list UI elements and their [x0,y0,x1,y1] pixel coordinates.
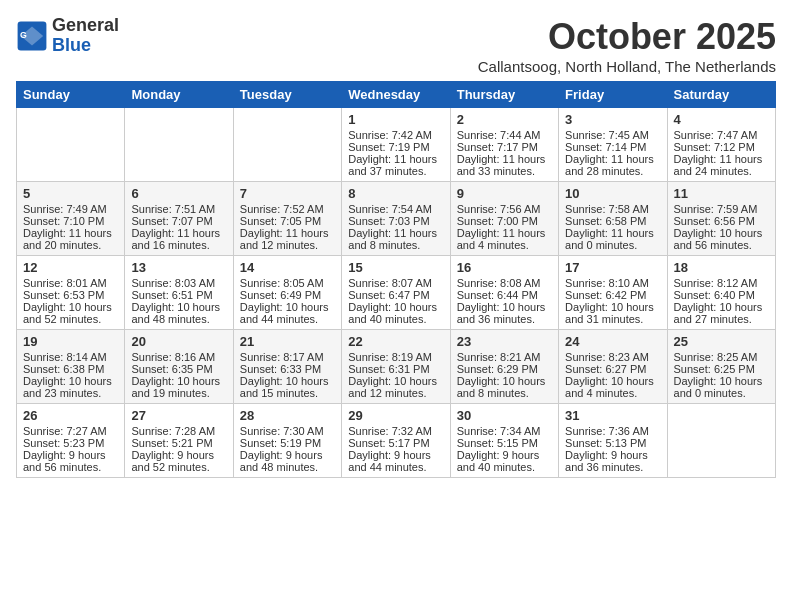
sunrise: Sunrise: 7:44 AM [457,129,541,141]
sunset: Sunset: 7:10 PM [23,215,104,227]
sunrise: Sunrise: 8:12 AM [674,277,758,289]
sunrise: Sunrise: 7:49 AM [23,203,107,215]
daylight: Daylight: 11 hours and 0 minutes. [565,227,654,251]
daylight: Daylight: 10 hours and 4 minutes. [565,375,654,399]
sunrise: Sunrise: 8:16 AM [131,351,215,363]
day-number: 5 [23,186,118,201]
day-number: 18 [674,260,769,275]
title-block: October 2025 Callantsoog, North Holland,… [478,16,776,75]
day-number: 6 [131,186,226,201]
sunset: Sunset: 7:19 PM [348,141,429,153]
day-number: 20 [131,334,226,349]
sunrise: Sunrise: 7:28 AM [131,425,215,437]
sunrise: Sunrise: 8:08 AM [457,277,541,289]
daylight: Daylight: 10 hours and 56 minutes. [674,227,763,251]
calendar-cell: 3Sunrise: 7:45 AMSunset: 7:14 PMDaylight… [559,108,667,182]
sunrise: Sunrise: 7:47 AM [674,129,758,141]
calendar-cell [17,108,125,182]
logo: G General Blue [16,16,119,56]
calendar-cell: 25Sunrise: 8:25 AMSunset: 6:25 PMDayligh… [667,330,775,404]
daylight: Daylight: 11 hours and 16 minutes. [131,227,220,251]
calendar-cell: 2Sunrise: 7:44 AMSunset: 7:17 PMDaylight… [450,108,558,182]
daylight: Daylight: 11 hours and 20 minutes. [23,227,112,251]
calendar-cell: 8Sunrise: 7:54 AMSunset: 7:03 PMDaylight… [342,182,450,256]
daylight: Daylight: 10 hours and 15 minutes. [240,375,329,399]
sunrise: Sunrise: 7:54 AM [348,203,432,215]
sunset: Sunset: 6:33 PM [240,363,321,375]
sunrise: Sunrise: 8:21 AM [457,351,541,363]
calendar-cell: 1Sunrise: 7:42 AMSunset: 7:19 PMDaylight… [342,108,450,182]
calendar-cell: 23Sunrise: 8:21 AMSunset: 6:29 PMDayligh… [450,330,558,404]
calendar-cell: 31Sunrise: 7:36 AMSunset: 5:13 PMDayligh… [559,404,667,478]
calendar-week-3: 12Sunrise: 8:01 AMSunset: 6:53 PMDayligh… [17,256,776,330]
sunrise: Sunrise: 8:03 AM [131,277,215,289]
calendar-cell [233,108,341,182]
calendar-cell: 14Sunrise: 8:05 AMSunset: 6:49 PMDayligh… [233,256,341,330]
day-number: 23 [457,334,552,349]
svg-text:G: G [20,29,27,39]
calendar-cell: 12Sunrise: 8:01 AMSunset: 6:53 PMDayligh… [17,256,125,330]
daylight: Daylight: 10 hours and 48 minutes. [131,301,220,325]
daylight: Daylight: 10 hours and 8 minutes. [457,375,546,399]
calendar-cell: 13Sunrise: 8:03 AMSunset: 6:51 PMDayligh… [125,256,233,330]
sunset: Sunset: 6:51 PM [131,289,212,301]
weekday-header-thursday: Thursday [450,82,558,108]
sunset: Sunset: 6:42 PM [565,289,646,301]
calendar-cell: 16Sunrise: 8:08 AMSunset: 6:44 PMDayligh… [450,256,558,330]
calendar-cell: 17Sunrise: 8:10 AMSunset: 6:42 PMDayligh… [559,256,667,330]
daylight: Daylight: 11 hours and 37 minutes. [348,153,437,177]
sunset: Sunset: 5:19 PM [240,437,321,449]
calendar-week-4: 19Sunrise: 8:14 AMSunset: 6:38 PMDayligh… [17,330,776,404]
calendar-cell [667,404,775,478]
day-number: 15 [348,260,443,275]
sunrise: Sunrise: 8:14 AM [23,351,107,363]
daylight: Daylight: 11 hours and 12 minutes. [240,227,329,251]
calendar-cell: 26Sunrise: 7:27 AMSunset: 5:23 PMDayligh… [17,404,125,478]
sunset: Sunset: 7:17 PM [457,141,538,153]
day-number: 31 [565,408,660,423]
calendar-cell: 22Sunrise: 8:19 AMSunset: 6:31 PMDayligh… [342,330,450,404]
calendar-cell: 19Sunrise: 8:14 AMSunset: 6:38 PMDayligh… [17,330,125,404]
sunrise: Sunrise: 7:32 AM [348,425,432,437]
daylight: Daylight: 10 hours and 12 minutes. [348,375,437,399]
weekday-header-saturday: Saturday [667,82,775,108]
day-number: 25 [674,334,769,349]
sunrise: Sunrise: 8:05 AM [240,277,324,289]
sunrise: Sunrise: 8:17 AM [240,351,324,363]
calendar-cell: 30Sunrise: 7:34 AMSunset: 5:15 PMDayligh… [450,404,558,478]
day-number: 8 [348,186,443,201]
sunset: Sunset: 7:07 PM [131,215,212,227]
day-number: 1 [348,112,443,127]
calendar-cell: 20Sunrise: 8:16 AMSunset: 6:35 PMDayligh… [125,330,233,404]
sunset: Sunset: 6:27 PM [565,363,646,375]
day-number: 4 [674,112,769,127]
sunset: Sunset: 7:05 PM [240,215,321,227]
daylight: Daylight: 11 hours and 28 minutes. [565,153,654,177]
day-number: 12 [23,260,118,275]
subtitle: Callantsoog, North Holland, The Netherla… [478,58,776,75]
day-number: 14 [240,260,335,275]
daylight: Daylight: 10 hours and 31 minutes. [565,301,654,325]
sunrise: Sunrise: 8:25 AM [674,351,758,363]
daylight: Daylight: 11 hours and 33 minutes. [457,153,546,177]
month-title: October 2025 [478,16,776,58]
day-number: 7 [240,186,335,201]
sunrise: Sunrise: 7:59 AM [674,203,758,215]
sunrise: Sunrise: 7:30 AM [240,425,324,437]
sunset: Sunset: 5:17 PM [348,437,429,449]
calendar-cell: 7Sunrise: 7:52 AMSunset: 7:05 PMDaylight… [233,182,341,256]
sunset: Sunset: 6:25 PM [674,363,755,375]
calendar: SundayMondayTuesdayWednesdayThursdayFrid… [16,81,776,478]
calendar-cell: 24Sunrise: 8:23 AMSunset: 6:27 PMDayligh… [559,330,667,404]
daylight: Daylight: 9 hours and 56 minutes. [23,449,106,473]
day-number: 11 [674,186,769,201]
sunset: Sunset: 7:12 PM [674,141,755,153]
weekday-header-wednesday: Wednesday [342,82,450,108]
weekday-header-friday: Friday [559,82,667,108]
calendar-cell: 10Sunrise: 7:58 AMSunset: 6:58 PMDayligh… [559,182,667,256]
calendar-cell: 5Sunrise: 7:49 AMSunset: 7:10 PMDaylight… [17,182,125,256]
day-number: 21 [240,334,335,349]
calendar-week-1: 1Sunrise: 7:42 AMSunset: 7:19 PMDaylight… [17,108,776,182]
sunrise: Sunrise: 8:10 AM [565,277,649,289]
sunset: Sunset: 5:23 PM [23,437,104,449]
